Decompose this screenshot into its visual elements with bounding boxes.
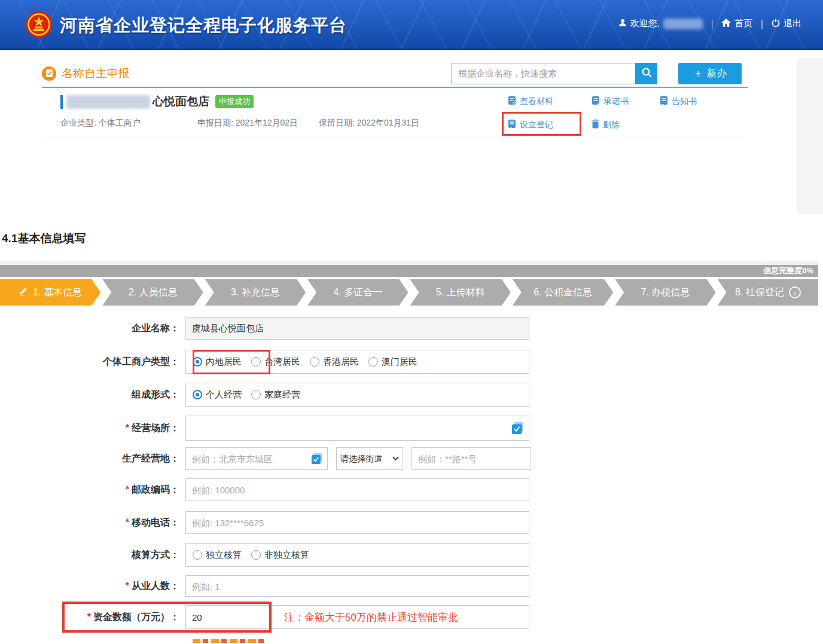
setup-registration-link[interactable]: 设立登记 [507, 119, 591, 130]
step-label: 6. 公积金信息 [534, 286, 592, 299]
section-heading: 名称自主申报 [42, 66, 130, 81]
radio-independent-accounting[interactable]: 独立核算 [193, 550, 242, 561]
setup-registration-label: 设立登记 [520, 120, 553, 130]
step-tab-tax-info[interactable]: 7. 办税信息 [615, 279, 715, 306]
field-label: *经营场所： [0, 416, 179, 441]
radio-label: 个人经营 [206, 389, 242, 401]
step-tab-housing-fund[interactable]: 6. 公积金信息 [513, 279, 613, 306]
notice-letter-label: 告知书 [672, 96, 697, 107]
trash-icon [591, 119, 600, 130]
form-row-postal-code: *邮政编码： [0, 478, 550, 501]
step-label: 8. 社保登记 [735, 286, 784, 299]
field-label: 企业名称： [0, 317, 179, 340]
declare-date: 申报日期: 2021年12月02日 [197, 118, 319, 129]
label-text: 组成形式： [132, 389, 179, 401]
search-icon [641, 67, 653, 80]
logout-link[interactable]: 退出 [772, 18, 801, 29]
required-mark: * [126, 581, 129, 591]
site-header: 河南省企业登记全程电子化服务平台 欢迎您, | 首页 | [0, 0, 823, 50]
step-label: 2. 人员信息 [129, 286, 178, 299]
street-select[interactable]: 请选择街道 [336, 447, 403, 470]
form-row-composition: 组成形式： 个人经营 家庭经营 [0, 383, 550, 407]
censored-name-prefix [66, 95, 150, 109]
radio-non-independent-accounting[interactable]: 非独立核算 [251, 550, 309, 561]
radio-hongkong-resident[interactable]: 香港居民 [310, 356, 359, 368]
site-title: 河南省企业登记全程电子化服务平台 [60, 14, 347, 38]
search-input[interactable] [452, 63, 636, 84]
radio-icon [368, 357, 378, 367]
step-tab-multi-cert[interactable]: 4. 多证合一 [307, 279, 408, 306]
radio-checked-icon [193, 390, 202, 399]
delete-link[interactable]: 删除 [591, 119, 659, 130]
postal-code-input[interactable] [185, 478, 529, 501]
radio-family-operation[interactable]: 家庭经营 [251, 389, 300, 401]
step-tab-personnel-info[interactable]: 2. 人员信息 [102, 279, 203, 306]
radio-taiwan-resident[interactable]: 台湾居民 [251, 356, 300, 368]
district-input-wrap [185, 447, 328, 470]
field-control: 请选择街道 [185, 447, 531, 470]
employee-count-input[interactable] [185, 575, 529, 597]
radio-mainland-resident[interactable]: 内地居民 [193, 356, 242, 368]
address-input-wrap [412, 447, 531, 470]
logout-label: 退出 [784, 18, 801, 29]
welcome-text: 欢迎您, [630, 18, 660, 29]
address-picker-icon[interactable] [511, 422, 525, 435]
new-application-button[interactable]: ＋新办 [678, 63, 742, 84]
field-label: 个体工商户类型： [0, 350, 179, 374]
field-control: 内地居民 台湾居民 香港居民 澳门居民 [185, 350, 529, 374]
declare-panel: 名称自主申报 ＋新办 心悦面包店 申报成功 [42, 60, 748, 136]
panel-tools: ＋新办 [452, 63, 742, 84]
business-place-input[interactable] [185, 416, 529, 441]
label-text: 个体工商户类型： [103, 356, 179, 368]
radio-macau-resident[interactable]: 澳门居民 [368, 356, 417, 368]
view-materials-link[interactable]: 查看材料 [507, 96, 591, 107]
form-row-mobile-phone: *移动电话： [0, 511, 550, 534]
new-button-label: 新办 [707, 66, 727, 80]
status-badge: 申报成功 [215, 95, 254, 108]
required-mark: * [126, 517, 129, 528]
field-label: *移动电话： [0, 511, 179, 534]
required-mark: * [126, 484, 129, 495]
accounting-radio-group: 独立核算 非独立核算 [185, 543, 529, 567]
commitment-letter-link[interactable]: 承诺书 [591, 96, 659, 107]
completeness-bar: 信息完整度0% [0, 265, 818, 277]
step-label: 5. 上传材料 [436, 286, 485, 299]
radio-icon [193, 550, 202, 560]
district-input[interactable] [185, 447, 328, 470]
step-tab-upload-materials[interactable]: 5. 上传材料 [410, 279, 511, 306]
district-picker-icon[interactable] [311, 453, 323, 465]
form-row-company-name: 企业名称： [0, 317, 550, 340]
home-label: 首页 [734, 18, 752, 29]
step-tab-supplement-info[interactable]: 3. 补充信息 [205, 279, 306, 306]
document-edit-icon [507, 96, 517, 107]
field-control [185, 511, 529, 534]
form-row-production-place: 生产经营地： 请选择街道 [0, 447, 550, 470]
required-mark: * [87, 612, 91, 622]
cutoff-text-fragment [193, 639, 264, 643]
document-edit-icon [591, 96, 601, 107]
search-button[interactable] [636, 63, 657, 84]
step-tab-basic-info[interactable]: 1. 基本信息 [0, 279, 100, 306]
view-materials-label: 查看材料 [520, 96, 553, 107]
radio-icon [251, 550, 261, 560]
mobile-phone-input[interactable] [185, 511, 529, 534]
brand: 河南省企业登记全程电子化服务平台 [25, 11, 347, 41]
section-title: 名称自主申报 [62, 66, 130, 81]
application-list-item: 心悦面包店 申报成功 企业类型: 个体工商户 申报日期: 2021年12月02日… [42, 88, 748, 136]
label-text: 从业人数： [132, 580, 179, 593]
step-tab-social-security[interactable]: 8. 社保登记 › [718, 279, 818, 306]
home-link[interactable]: 首页 [721, 18, 752, 29]
radio-icon [310, 357, 319, 367]
radio-individual-operation[interactable]: 个人经营 [193, 389, 242, 401]
page-gutter [797, 58, 823, 214]
field-label: 生产经营地： [0, 447, 179, 470]
field-label: *邮政编码： [0, 478, 179, 501]
address-input[interactable] [412, 447, 531, 470]
form-row-capital-amount: *资金数额（万元）： 注：金额大于50万的禁止通过智能审批 [0, 605, 550, 629]
chevron-right-icon: › [789, 286, 801, 298]
header-nav: 欢迎您, | 首页 | 退出 [618, 18, 801, 29]
radio-label: 家庭经营 [264, 389, 300, 401]
company-name-input[interactable] [185, 317, 529, 340]
notice-letter-link[interactable]: 告知书 [659, 96, 731, 107]
pencil-icon [19, 286, 28, 298]
